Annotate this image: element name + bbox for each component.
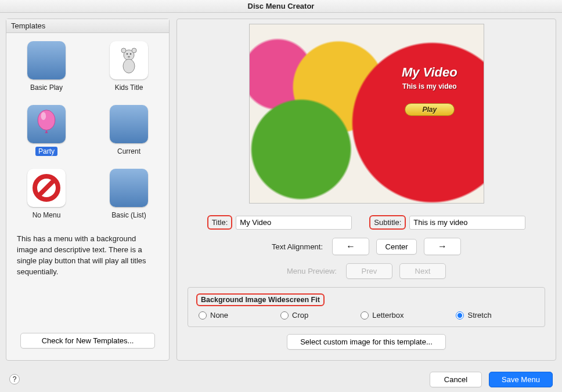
fit-option-letterbox[interactable]: Letterbox (361, 311, 404, 320)
preview-subtitle: This is my video (380, 82, 478, 90)
template-grid: Basic Play Kids Title (6, 33, 169, 223)
teddy-bear-icon (114, 45, 144, 75)
menu-preview-label: Menu Preview: (287, 267, 337, 275)
arrow-right-icon: → (438, 241, 447, 251)
templates-header: Templates (6, 19, 169, 33)
svg-point-4 (127, 53, 128, 55)
fit-label: Stretch (467, 311, 491, 320)
template-thumb-current (110, 105, 148, 143)
prev-button[interactable]: Prev (346, 263, 392, 279)
fit-option-stretch[interactable]: Stretch (456, 311, 491, 320)
select-custom-image-button[interactable]: Select custom image for this template... (287, 334, 446, 350)
template-label: Current (114, 147, 143, 156)
fit-label: None (210, 311, 228, 320)
svg-point-7 (38, 110, 55, 130)
dialog-footer: ? Cancel Save Menu (0, 366, 562, 392)
svg-point-6 (128, 56, 130, 58)
template-thumb-party (27, 105, 66, 143)
svg-point-2 (132, 48, 136, 53)
alignment-label: Text Alignment: (272, 242, 323, 251)
template-description: This has a menu with a background image … (6, 223, 169, 325)
subtitle-input[interactable] (409, 216, 525, 230)
fit-label: Letterbox (372, 311, 404, 320)
background-fit-section: Background Image Widescreen Fit None Cro… (188, 287, 545, 327)
template-thumb-kids-title (110, 41, 148, 79)
next-button[interactable]: Next (399, 263, 446, 279)
template-current[interactable]: Current (103, 105, 155, 156)
template-thumb-basic-play (27, 41, 66, 79)
templates-panel: Templates Basic Play (6, 19, 170, 361)
check-templates-button[interactable]: Check for New Templates... (20, 333, 155, 349)
fit-radio-letterbox[interactable] (361, 311, 369, 320)
svg-point-1 (121, 48, 126, 53)
title-label: Title: (207, 215, 233, 230)
template-label: Basic Play (27, 83, 66, 92)
balloon-icon (31, 109, 62, 139)
window-title: Disc Menu Creator (0, 0, 562, 13)
title-input[interactable] (236, 216, 352, 230)
cancel-button[interactable]: Cancel (430, 372, 482, 387)
svg-point-8 (41, 112, 46, 120)
template-label: Kids Title (112, 83, 146, 92)
preview-play-button: Play (405, 103, 455, 116)
template-label: Basic (List) (109, 210, 149, 220)
background-fit-title: Background Image Widescreen Fit (196, 293, 325, 306)
fit-option-none[interactable]: None (199, 311, 228, 320)
menu-preview: My Video This is my video Play (249, 24, 484, 204)
fit-radio-crop[interactable] (280, 311, 289, 320)
align-left-button[interactable]: ← (332, 238, 369, 255)
fit-radio-stretch[interactable] (456, 311, 464, 320)
arrow-left-icon: ← (346, 241, 355, 251)
template-party[interactable]: Party (20, 105, 73, 156)
svg-point-3 (123, 59, 135, 73)
template-label: No Menu (30, 210, 64, 220)
template-label: Party (35, 147, 57, 156)
subtitle-label: Subtitle: (369, 215, 406, 230)
svg-line-10 (39, 180, 54, 195)
editor-panel: My Video This is my video Play Title: Su… (176, 19, 556, 361)
svg-point-5 (130, 53, 132, 55)
align-center-button[interactable]: Center (376, 239, 417, 255)
no-entry-icon (31, 173, 62, 203)
template-thumb-basic-list (110, 169, 148, 207)
fit-label: Crop (292, 311, 308, 320)
template-no-menu[interactable]: No Menu (20, 169, 73, 220)
save-menu-button[interactable]: Save Menu (489, 372, 553, 387)
align-right-button[interactable]: → (424, 238, 461, 255)
template-kids-title[interactable]: Kids Title (103, 41, 155, 92)
template-thumb-no-menu (27, 169, 66, 207)
preview-title: My Video (380, 65, 478, 80)
fit-radio-none[interactable] (199, 311, 207, 320)
template-basic-list[interactable]: Basic (List) (103, 169, 155, 220)
template-basic-play[interactable]: Basic Play (20, 41, 73, 92)
fit-option-crop[interactable]: Crop (280, 311, 308, 320)
help-button[interactable]: ? (9, 374, 20, 384)
